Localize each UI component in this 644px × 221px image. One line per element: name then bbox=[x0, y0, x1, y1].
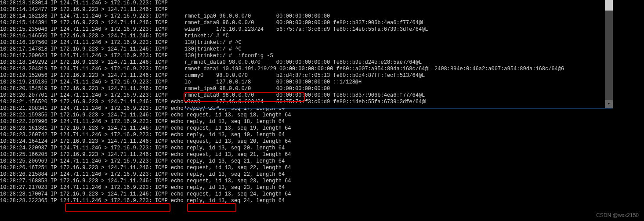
highlight-ip-pair bbox=[65, 203, 170, 212]
tcpdump-left: 10:28:13.183014 IP 124.71.11.246 > 172.1… bbox=[0, 0, 185, 105]
scrollbar-thumb[interactable] bbox=[605, 0, 613, 11]
watermark: CSDN @wxx2150 bbox=[596, 212, 639, 218]
highlight-echo-request bbox=[187, 203, 236, 212]
shell-overlay: rmnet_ipa0 96.0.0.0/0 00:00:00:00:00:00 … bbox=[185, 0, 613, 109]
shell-overlay-text: rmnet_ipa0 96.0.0.0/0 00:00:00:00:00:00 … bbox=[185, 13, 613, 109]
tcpdump-bottom: 10:28:21.208341 IP 124.71.11.246 > 172.1… bbox=[0, 105, 291, 204]
scrollbar-down-icon[interactable]: ▾ bbox=[605, 100, 613, 108]
overlay-scrollbar[interactable]: ▾ bbox=[605, 0, 613, 108]
